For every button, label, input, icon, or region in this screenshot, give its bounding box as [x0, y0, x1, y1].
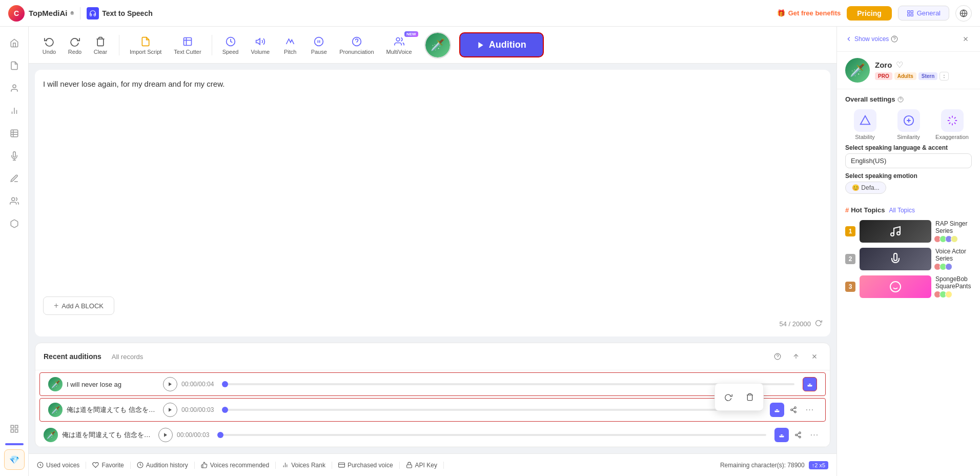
volume-button[interactable]: Volume	[247, 33, 274, 57]
add-block-button[interactable]: + Add A BLOCK	[43, 296, 114, 315]
tag-more[interactable]: :	[940, 72, 948, 81]
close-recent-btn[interactable]	[807, 349, 822, 364]
popup-refresh-btn[interactable]	[719, 388, 738, 406]
row-2-share-btn[interactable]	[786, 403, 801, 417]
import-script-button[interactable]: Import Script	[126, 33, 166, 57]
sidebar-item-pen[interactable]	[4, 168, 25, 189]
api-key-item[interactable]: API Key	[400, 462, 444, 469]
free-benefits[interactable]: 🎁 Get free benefits	[777, 9, 841, 17]
general-button[interactable]: General	[898, 6, 949, 21]
topic-item-3[interactable]: 3 SpongeBob SquarePants	[845, 275, 972, 298]
multivoice-button[interactable]: NEW MultiVoice	[382, 33, 416, 57]
sidebar-item-users[interactable]	[4, 191, 25, 211]
stability-setting[interactable]: Stability	[845, 109, 885, 140]
pricing-button[interactable]: Pricing	[847, 6, 891, 21]
topic-thumb-1	[860, 220, 931, 243]
row-1-actions	[803, 377, 817, 391]
right-panel-close-btn[interactable]	[959, 33, 972, 45]
heart-icon[interactable]: ♡	[896, 60, 903, 70]
undo-button[interactable]: Undo	[37, 33, 62, 57]
row-1-progress[interactable]	[222, 383, 794, 385]
voices-rank-item[interactable]: Voices Rank	[276, 462, 332, 469]
remaining-chars: Remaining character(s): 78900 ↑2 x5	[720, 461, 828, 469]
row-1-download-btn[interactable]	[803, 377, 817, 391]
sidebar-item-text[interactable]	[4, 55, 25, 76]
sidebar-item-mic[interactable]	[4, 146, 25, 166]
overall-settings-section: Overall settings Stability Similarity	[837, 89, 980, 200]
sort-icon-btn[interactable]	[789, 349, 803, 364]
user-avatar[interactable]: C	[8, 5, 25, 22]
pronunciation-button[interactable]: Pronunciation	[335, 33, 378, 57]
refresh-icon[interactable]	[815, 319, 822, 328]
language-select[interactable]: English(US)	[845, 153, 972, 168]
used-voices-item[interactable]: Used voices	[37, 462, 86, 469]
svg-point-26	[315, 37, 323, 46]
svg-rect-59	[338, 463, 344, 467]
topic-item-1[interactable]: 1 RAP Singer Series	[845, 220, 972, 243]
svg-marker-38	[169, 382, 172, 386]
topic-avatars-2	[935, 263, 972, 270]
speed-button[interactable]: Speed	[218, 33, 243, 57]
voice-tags: PRO Adults Stern :	[875, 72, 949, 81]
sidebar-item-voice[interactable]	[4, 78, 25, 98]
sidebar-item-table[interactable]	[4, 123, 25, 144]
toolbar-divider-1	[119, 35, 119, 55]
row-3-time: 00:00/00:03	[177, 431, 209, 439]
exaggeration-label: Exaggeration	[935, 134, 969, 140]
similarity-setting[interactable]: Similarity	[889, 109, 928, 140]
topic-img-3	[860, 275, 931, 298]
emotion-button[interactable]: 😊 Defa...	[845, 182, 886, 194]
row-2-play-btn[interactable]	[163, 403, 177, 417]
exaggeration-setting[interactable]: Exaggeration	[932, 109, 972, 140]
sidebar-item-premium[interactable]: 💎	[4, 449, 25, 470]
sidebar-item-stats[interactable]	[4, 101, 25, 121]
svg-rect-61	[406, 465, 412, 468]
topic-label-3: SpongeBob SquarePants	[935, 275, 972, 290]
sidebar-item-home[interactable]	[4, 33, 25, 53]
row-1-play-btn[interactable]	[163, 377, 177, 391]
pause-button[interactable]: Pause	[307, 33, 331, 57]
all-topics-link[interactable]: All Topics	[889, 207, 914, 214]
pitch-button[interactable]: Pitch	[278, 33, 302, 57]
similarity-icon	[897, 109, 920, 132]
row-3-download-btn[interactable]	[774, 428, 789, 442]
topic-avatars-3	[935, 291, 972, 298]
row-2-more-btn[interactable]: ···	[803, 403, 817, 417]
topbar-title: Text to Speech	[102, 9, 153, 17]
row-3-play-btn[interactable]	[158, 428, 173, 442]
language-button[interactable]	[955, 5, 972, 22]
svg-rect-0	[908, 10, 910, 12]
hot-title: # Hot Topics	[845, 206, 885, 214]
row-2-download-btn[interactable]	[770, 403, 784, 417]
topic-info-2: Voice Actor Series	[935, 248, 972, 270]
bottom-bar: Used voices Favorite Audition history Vo…	[29, 453, 836, 476]
editor-text[interactable]: I will never lose again, for my dream an…	[43, 78, 822, 288]
help-icon-btn[interactable]	[770, 349, 785, 364]
audition-button[interactable]: Audition	[459, 32, 544, 57]
voice-profile-info: Zoro ♡ PRO Adults Stern :	[875, 60, 949, 81]
svg-point-31	[396, 37, 400, 41]
audition-history-item[interactable]: Audition history	[131, 462, 195, 469]
recent-row-1: 🗡️ I will never lose ag 00:00/00:04	[39, 372, 826, 396]
row-3-progress[interactable]	[217, 434, 766, 436]
all-records-tab[interactable]: All records	[108, 352, 147, 362]
row-3-share-btn[interactable]	[791, 428, 805, 442]
clear-button[interactable]: Clear	[88, 33, 113, 57]
recent-body: 🗡️ I will never lose ag 00:00/00:04	[35, 370, 830, 447]
topic-item-2[interactable]: 2 Voice Actor Series	[845, 248, 972, 270]
toolbar-divider-2	[212, 35, 212, 55]
voices-recommended-item[interactable]: Voices recommended	[195, 462, 276, 469]
favorite-item[interactable]: Favorite	[86, 462, 130, 469]
sidebar-item-box[interactable]	[4, 213, 25, 234]
svg-line-53	[797, 433, 799, 434]
row-3-more-btn[interactable]: ···	[807, 428, 822, 442]
purchased-voice-item[interactable]: Purchased voice	[332, 462, 400, 469]
text-cutter-button[interactable]: Text Cutter	[170, 33, 205, 57]
row-2-progress[interactable]	[222, 409, 762, 411]
voice-avatar-selector[interactable]: 🗡️	[424, 32, 451, 58]
redo-button[interactable]: Redo	[63, 33, 87, 57]
popup-delete-btn[interactable]	[741, 388, 759, 406]
sidebar-item-grid[interactable]	[4, 419, 25, 439]
row-1-avatar: 🗡️	[48, 377, 63, 391]
back-button[interactable]: Show voices	[845, 35, 889, 43]
